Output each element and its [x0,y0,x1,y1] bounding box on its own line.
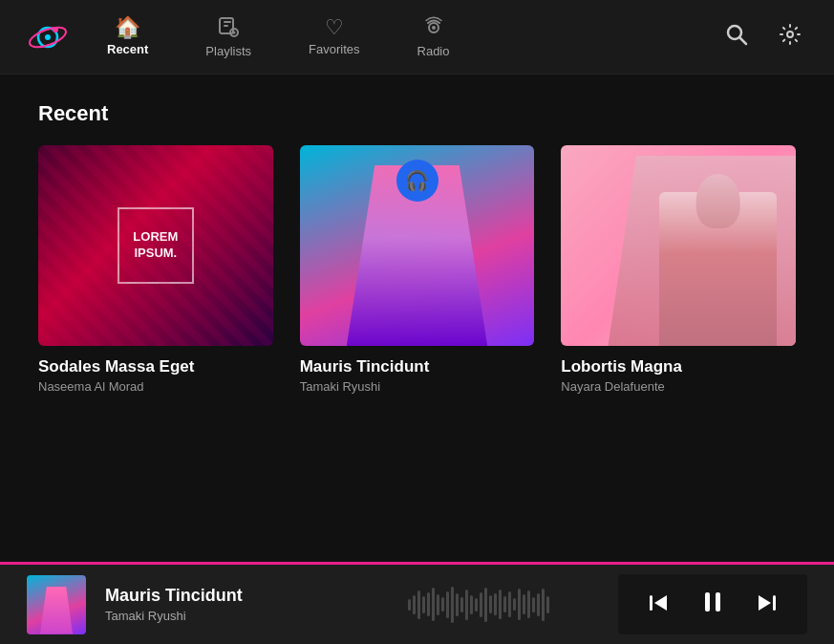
card-lobortis[interactable]: Lobortis Magna Nayara Delafuente [561,145,796,394]
artwork-3 [561,145,796,346]
card-artist-2: Tamaki Ryushi [300,379,535,394]
nav-item-recent[interactable]: 🏠 Recent [97,11,158,62]
search-button[interactable] [719,17,754,57]
player-bar: Mauris Tincidunt Tamaki Ryushi [0,562,834,644]
home-icon: 🏠 [115,17,140,38]
playlist-icon [218,16,239,40]
svg-marker-15 [654,595,667,611]
svg-rect-14 [650,595,652,611]
artwork-1-frame: LOREMIPSUM. [118,207,194,284]
player-track-title: Mauris Tincidunt [105,586,389,606]
card-artist-1: Naseema Al Morad [38,379,273,394]
player-track-artist: Tamaki Ryushi [105,609,389,623]
header-actions [719,17,807,57]
nav-item-favorites[interactable]: ♡ Favorites [299,11,369,62]
heart-icon: ♡ [325,17,344,38]
settings-button[interactable] [773,17,807,57]
nav-label-radio: Radio [417,44,450,58]
section-title: Recent [38,101,796,126]
card-image-2: 🎧 [300,145,535,346]
svg-point-10 [432,26,436,30]
header: 🏠 Recent Playlists ♡ Favorites [0,0,834,75]
card-title-3: Lobortis Magna [561,357,796,376]
card-title-2: Mauris Tincidunt [300,357,535,376]
svg-rect-18 [773,595,776,611]
player-waveform [408,586,599,624]
svg-rect-5 [224,21,231,23]
svg-line-12 [740,37,747,44]
svg-point-13 [787,32,793,37]
card-image-1: LOREMIPSUM. [38,145,273,346]
artwork-1: LOREMIPSUM. [38,145,273,346]
svg-rect-16 [705,592,710,612]
card-image-3 [561,145,796,346]
recent-cards: LOREMIPSUM. Sodales Massa Eget Naseema A… [38,145,796,394]
card-mauris[interactable]: 🎧 Mauris Tincidunt Tamaki Ryushi [300,145,535,394]
svg-point-2 [45,34,51,40]
nav-label-playlists: Playlists [205,44,251,58]
svg-rect-17 [716,592,720,612]
main-nav: 🏠 Recent Playlists ♡ Favorites [97,10,719,64]
artwork-1-text: LOREMIPSUM. [133,229,178,262]
card-artist-3: Nayara Delafuente [561,379,796,394]
card-sodales[interactable]: LOREMIPSUM. Sodales Massa Eget Naseema A… [38,145,273,394]
prev-button[interactable] [645,590,672,620]
svg-rect-6 [224,25,228,27]
player-info: Mauris Tincidunt Tamaki Ryushi [105,586,389,623]
artwork-2-headphone: 🎧 [396,160,438,202]
player-artwork [27,575,86,634]
player-thumbnail [27,575,86,634]
nav-label-favorites: Favorites [309,42,359,56]
svg-point-3 [53,27,58,32]
nav-item-radio[interactable]: Radio [408,10,460,64]
player-art-figure [40,587,73,634]
next-button[interactable] [754,590,781,620]
artwork-2: 🎧 [300,145,535,346]
app-logo [27,16,69,58]
nav-label-recent: Recent [107,42,148,56]
nav-item-playlists[interactable]: Playlists [196,11,261,64]
svg-marker-19 [759,595,771,611]
main-content: Recent LOREMIPSUM. Sodales Massa Eget Na… [0,75,834,562]
player-controls [618,574,807,634]
radio-icon [423,15,444,40]
card-title-1: Sodales Massa Eget [38,357,273,376]
svg-point-8 [233,31,236,33]
play-pause-button[interactable] [698,588,727,621]
